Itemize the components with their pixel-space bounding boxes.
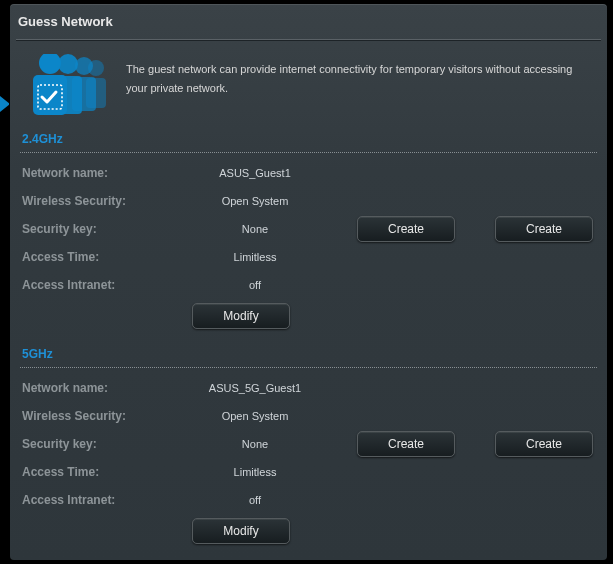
value-network-name-24: ASUS_Guest1 bbox=[190, 167, 320, 179]
label-access-intranet: Access Intranet: bbox=[20, 278, 190, 292]
label-wireless-security: Wireless Security: bbox=[20, 194, 190, 208]
value-access-time-5: Limitless bbox=[190, 466, 320, 478]
row-access-intranet: Access Intranet: off bbox=[20, 271, 597, 299]
band-5ghz-title: 5GHz bbox=[20, 347, 597, 365]
guest-network-panel: Guess Network The guest network can prov… bbox=[10, 4, 607, 560]
band-5ghz: 5GHz Network name: ASUS_5G_Guest1 Wirele… bbox=[10, 337, 607, 552]
divider bbox=[20, 367, 597, 368]
svg-point-5 bbox=[58, 54, 78, 74]
label-access-intranet: Access Intranet: bbox=[20, 493, 190, 507]
create-button-5-slot3[interactable]: Create bbox=[495, 431, 593, 457]
value-security-key-24: None bbox=[190, 223, 320, 235]
row-network-name: Network name: ASUS_Guest1 bbox=[20, 159, 597, 187]
row-network-name-5: Network name: ASUS_5G_Guest1 bbox=[20, 374, 597, 402]
value-security-key-5: None bbox=[190, 438, 320, 450]
value-wireless-security-5: Open System bbox=[190, 410, 320, 422]
svg-point-7 bbox=[39, 54, 61, 74]
row-security-key-5: Security key: None Create Create bbox=[20, 430, 597, 458]
intro-section: The guest network can provide internet c… bbox=[10, 40, 607, 122]
row-access-intranet-5: Access Intranet: off bbox=[20, 486, 597, 514]
create-button-24-slot3[interactable]: Create bbox=[495, 216, 593, 242]
divider bbox=[20, 152, 597, 153]
row-access-time-5: Access Time: Limitless bbox=[20, 458, 597, 486]
label-network-name: Network name: bbox=[20, 166, 190, 180]
modify-button-5[interactable]: Modify bbox=[192, 518, 290, 544]
label-security-key: Security key: bbox=[20, 437, 190, 451]
label-security-key: Security key: bbox=[20, 222, 190, 236]
value-access-intranet-5: off bbox=[190, 494, 320, 506]
modify-button-24[interactable]: Modify bbox=[192, 303, 290, 329]
create-button-5-slot2[interactable]: Create bbox=[357, 431, 455, 457]
value-wireless-security-24: Open System bbox=[190, 195, 320, 207]
label-access-time: Access Time: bbox=[20, 465, 190, 479]
label-access-time: Access Time: bbox=[20, 250, 190, 264]
row-wireless-security: Wireless Security: Open System bbox=[20, 187, 597, 215]
intro-text: The guest network can provide internet c… bbox=[114, 54, 589, 97]
side-arrow-indicator bbox=[0, 96, 10, 112]
page-title: Guess Network bbox=[10, 4, 607, 39]
value-network-name-5: ASUS_5G_Guest1 bbox=[190, 382, 320, 394]
band-24ghz-title: 2.4GHz bbox=[20, 132, 597, 150]
label-wireless-security: Wireless Security: bbox=[20, 409, 190, 423]
value-access-intranet-24: off bbox=[190, 279, 320, 291]
row-access-time: Access Time: Limitless bbox=[20, 243, 597, 271]
guest-network-icon bbox=[28, 54, 114, 118]
value-access-time-24: Limitless bbox=[190, 251, 320, 263]
row-wireless-security-5: Wireless Security: Open System bbox=[20, 402, 597, 430]
svg-marker-0 bbox=[0, 96, 10, 112]
row-security-key: Security key: None Create Create bbox=[20, 215, 597, 243]
create-button-24-slot2[interactable]: Create bbox=[357, 216, 455, 242]
label-network-name: Network name: bbox=[20, 381, 190, 395]
band-24ghz: 2.4GHz Network name: ASUS_Guest1 Wireles… bbox=[10, 122, 607, 337]
